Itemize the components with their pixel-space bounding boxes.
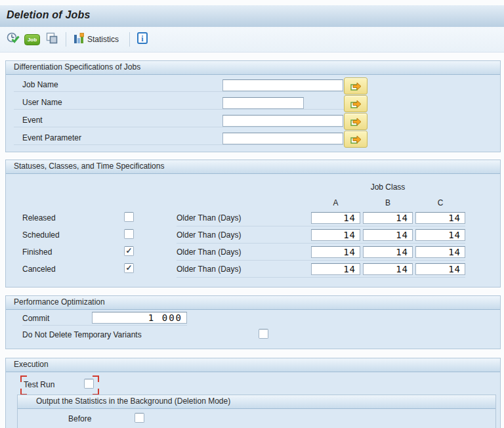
older-than-label: Older Than (Days) (177, 265, 241, 274)
scheduled-checkbox[interactable] (124, 229, 134, 239)
do-not-delete-temp-variants-label: Do Not Delete Temporary Variants (22, 330, 142, 339)
section-header: Execution (6, 358, 500, 372)
multiple-selection-icon (350, 81, 362, 91)
commit-label: Commit (22, 314, 49, 323)
info-icon: i (137, 32, 148, 47)
event-multiple-selection-button[interactable] (344, 113, 368, 130)
subsection-header: Output the Statistics in the Background … (18, 395, 495, 409)
before-checkbox[interactable] (135, 413, 144, 423)
section-header: Differentiation Specifications of Jobs (6, 61, 500, 75)
job-class-label: Job Class (348, 182, 427, 192)
event-parameter-input[interactable] (222, 133, 343, 144)
job-name-multiple-selection-button[interactable] (344, 77, 368, 95)
job-name-label: Job Name (22, 80, 58, 89)
canceled-label: Canceled (22, 265, 56, 274)
test-run-checkbox[interactable] (84, 379, 94, 389)
canceled-days-c-input[interactable] (415, 263, 465, 275)
subsection-output-statistics: Output the Statistics in the Background … (17, 395, 496, 428)
finished-label: Finished (22, 247, 52, 257)
column-header-c: C (415, 198, 465, 207)
released-days-c-input[interactable] (415, 212, 465, 224)
commit-input[interactable] (92, 312, 187, 324)
section-header: Performance Optimization (6, 296, 500, 310)
column-header-a: A (311, 198, 360, 207)
finished-days-b-input[interactable] (363, 246, 413, 258)
job-icon: Job (24, 34, 40, 45)
event-input[interactable] (222, 115, 343, 127)
toolbar-separator (129, 32, 130, 47)
user-name-multiple-selection-button[interactable] (344, 95, 368, 112)
column-header-b: B (363, 198, 413, 207)
section-execution: Execution Test Run Output the Statistics… (5, 358, 501, 428)
scheduled-days-a-input[interactable] (311, 229, 360, 241)
older-than-label: Older Than (Days) (177, 230, 241, 240)
released-label: Released (22, 213, 56, 223)
test-run-label: Test Run (24, 380, 54, 389)
user-name-label: User Name (22, 98, 62, 107)
job-button[interactable]: Job (23, 31, 41, 48)
statistics-button[interactable]: Statistics (72, 31, 120, 48)
statistics-button-label: Statistics (87, 35, 119, 44)
before-label: Before (68, 414, 91, 423)
execute-button[interactable] (5, 31, 21, 48)
released-days-a-input[interactable] (311, 212, 360, 224)
section-differentiation-specifications: Differentiation Specifications of Jobs J… (5, 60, 501, 152)
event-parameter-label: Event Parameter (22, 133, 81, 142)
section-statuses-classes-time: Statuses, Classes, and Time Specificatio… (5, 160, 501, 288)
canceled-days-b-input[interactable] (363, 263, 413, 275)
page-title: Deletion of Jobs (7, 9, 91, 21)
execute-icon (7, 32, 20, 47)
user-name-input[interactable] (222, 97, 304, 109)
copy-button[interactable] (44, 31, 60, 48)
application-toolbar: Job Statistics (0, 27, 504, 53)
job-name-input[interactable] (222, 79, 343, 91)
sap-deletion-of-jobs-screen: Deletion of Jobs Job (0, 0, 504, 428)
section-performance-optimization: Performance Optimization Commit Do Not D… (5, 295, 501, 349)
multiple-selection-icon (350, 116, 362, 127)
canceled-checkbox[interactable]: ✓ (124, 263, 134, 273)
multiple-selection-icon (350, 98, 362, 109)
older-than-label: Older Than (Days) (177, 247, 241, 257)
scheduled-days-b-input[interactable] (363, 229, 413, 241)
info-button[interactable]: i (136, 31, 149, 48)
finished-days-a-input[interactable] (311, 246, 360, 258)
do-not-delete-temp-variants-checkbox[interactable] (259, 329, 268, 339)
title-bar: Deletion of Jobs (0, 5, 504, 28)
canceled-days-a-input[interactable] (311, 263, 360, 275)
copy-icon (45, 32, 58, 47)
older-than-label: Older Than (Days) (177, 213, 241, 223)
finished-days-c-input[interactable] (415, 246, 465, 258)
multiple-selection-icon (350, 134, 362, 144)
released-checkbox[interactable] (124, 212, 134, 222)
event-label: Event (22, 116, 43, 125)
scheduled-label: Scheduled (22, 230, 60, 240)
section-header: Statuses, Classes, and Time Specificatio… (6, 160, 500, 174)
finished-checkbox[interactable]: ✓ (124, 246, 134, 256)
statistics-icon (74, 32, 85, 47)
released-days-b-input[interactable] (363, 212, 413, 224)
toolbar-separator (66, 32, 66, 47)
event-parameter-multiple-selection-button[interactable] (344, 131, 368, 148)
scheduled-days-c-input[interactable] (415, 229, 465, 241)
